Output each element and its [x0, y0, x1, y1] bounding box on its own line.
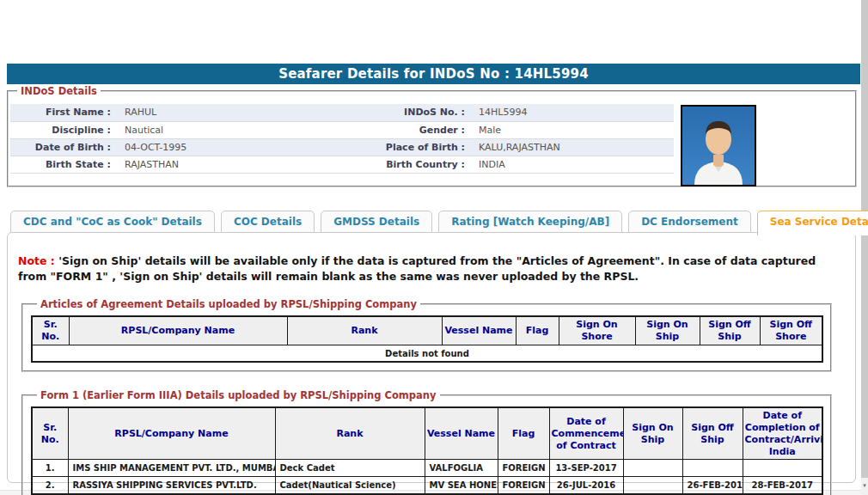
form1-section: Form 1 (Earlier Form IIIA) Details uploa… [21, 389, 832, 495]
indos-row-2: Discipline : Nautical Gender : Male [10, 121, 674, 138]
form1-table-row: 2. RASSIYA SHIPPING SERVICES PVT.LTD. Ca… [32, 477, 822, 494]
indos-row-3: Date of Birth : 04-OCT-1995 Place of Bir… [10, 138, 674, 156]
col-sign-off-ship: Sign Off Ship [682, 407, 743, 460]
col-rpsl-company: RPSL/Company Name [69, 316, 287, 345]
col-date-of-commencement: Date of Commencement of Contract [549, 407, 623, 460]
note-prefix: Note : [18, 254, 55, 267]
indos-details-section: INDoS Details First Name : RAHUL INDoS N… [7, 85, 857, 187]
articles-header-row: Sr. No. RPSL/Company Name Rank Vessel Na… [32, 316, 822, 345]
cell-commencement: 26-JUL-2016 [549, 477, 623, 494]
col-rank: Rank [287, 316, 442, 345]
articles-of-agreement-table: Sr. No. RPSL/Company Name Rank Vessel Na… [31, 315, 823, 363]
col-sign-on-ship: Sign On Ship [623, 407, 682, 460]
indos-details-table: First Name : RAHUL INDoS No. : 14HL5994 … [10, 104, 674, 174]
cell-sr-no: 2. [32, 477, 68, 494]
cell-flag: FOREIGN [498, 477, 549, 494]
col-vessel-name: Vessel Name [425, 407, 498, 460]
cell-completion: 28-FEB-2017 [743, 477, 822, 494]
note-body: 'Sign on Ship' details will be available… [18, 254, 816, 283]
birth-country-value: INDIA [472, 156, 674, 173]
col-rpsl-company: RPSL/Company Name [68, 407, 275, 460]
col-sign-off-ship: Sign Off Ship [700, 316, 760, 345]
cell-rpsl-company: IMS SHIP MANAGEMENT PVT. LTD., MUMBAI [68, 460, 275, 477]
cell-completion [743, 460, 822, 477]
sign-on-ship-note: Note : 'Sign on Ship' details will be av… [18, 254, 834, 284]
col-flag: Flag [498, 407, 549, 460]
detail-tabs: CDC and "CoC as Cook" Details COC Detail… [10, 211, 868, 235]
articles-of-agreement-section: Articles of Agreement Details uploaded b… [21, 298, 832, 372]
place-of-birth-value: KALU,RAJASTHAN [472, 138, 674, 156]
articles-empty-row: Details not found [32, 345, 822, 362]
tab-sea-service-details[interactable]: Sea Service Details [757, 211, 868, 235]
birth-country-label: Birth Country : [351, 156, 472, 173]
gender-label: Gender : [351, 121, 472, 138]
cell-sign-on-ship [623, 460, 682, 477]
articles-of-agreement-legend: Articles of Agreement Details uploaded b… [37, 298, 420, 310]
indos-no-label: INDoS No. : [351, 104, 472, 121]
discipline-label: Discipline : [10, 121, 118, 138]
seafarer-photo-image [682, 107, 755, 185]
gender-value: Male [472, 121, 674, 138]
col-sr-no: Sr. No. [32, 316, 69, 345]
birth-state-value: RAJASTHAN [118, 156, 351, 173]
cell-vessel-name: VALFOGLIA [425, 460, 498, 477]
dob-value: 04-OCT-1995 [118, 138, 351, 156]
col-flag: Flag [516, 316, 559, 345]
col-rank: Rank [275, 407, 425, 460]
indos-row-4: Birth State : RAJASTHAN Birth Country : … [10, 156, 674, 173]
first-name-label: First Name : [10, 104, 118, 121]
page-title: Seafarer Details for INDoS No : 14HL5994 [7, 64, 860, 84]
birth-state-label: Birth State : [10, 156, 118, 173]
place-of-birth-label: Place of Birth : [351, 138, 472, 156]
tab-dc-endorsement[interactable]: DC Endorsement [628, 211, 751, 233]
discipline-value: Nautical [118, 121, 351, 138]
details-not-found-message: Details not found [32, 345, 822, 362]
scrollbar-thumb[interactable] [861, 0, 868, 478]
cell-rpsl-company: RASSIYA SHIPPING SERVICES PVT.LTD. [68, 477, 275, 494]
cell-sign-on-ship [623, 477, 682, 494]
vertical-scrollbar[interactable]: ▾ [861, 0, 868, 495]
seafarer-details-page: Seafarer Details for INDoS No : 14HL5994… [0, 0, 868, 495]
indos-details-legend: INDoS Details [17, 85, 101, 97]
cell-rank: Cadet(Nautical Science) [275, 477, 425, 494]
tab-cdc-coc-cook-details[interactable]: CDC and "CoC as Cook" Details [10, 211, 215, 233]
sea-service-tab-panel: Note : 'Sign on Ship' details will be av… [7, 232, 856, 483]
indos-row-1: First Name : RAHUL INDoS No. : 14HL5994 [10, 104, 674, 121]
indos-no-value: 14HL5994 [472, 104, 674, 121]
form1-legend: Form 1 (Earlier Form IIIA) Details uploa… [37, 389, 440, 401]
col-sign-off-shore: Sign Off Shore [760, 316, 822, 345]
cell-sign-off-ship [682, 460, 743, 477]
cell-vessel-name: MV SEA HONEST [425, 477, 498, 494]
cell-rank: Deck Cadet [275, 460, 425, 477]
first-name-value: RAHUL [118, 104, 351, 121]
cell-flag: FOREIGN [498, 460, 549, 477]
form1-table-row: 1. IMS SHIP MANAGEMENT PVT. LTD., MUMBAI… [32, 460, 822, 477]
cell-sr-no: 1. [32, 460, 68, 477]
col-sign-on-ship: Sign On Ship [635, 316, 700, 345]
col-vessel-name: Vessel Name [442, 316, 516, 345]
form1-table: Sr. No. RPSL/Company Name Rank Vessel Na… [31, 406, 823, 495]
seafarer-photo [681, 105, 756, 186]
scrollbar-down-arrow-icon[interactable]: ▾ [861, 481, 868, 490]
col-date-of-completion: Date of Completion of Contract/Arriving … [743, 407, 822, 460]
col-sign-on-shore: Sign On Shore [559, 316, 635, 345]
cell-commencement: 13-SEP-2017 [549, 460, 623, 477]
form1-header-row: Sr. No. RPSL/Company Name Rank Vessel Na… [32, 407, 822, 460]
dob-label: Date of Birth : [10, 138, 118, 156]
tab-coc-details[interactable]: COC Details [221, 211, 315, 233]
col-sr-no: Sr. No. [32, 407, 68, 460]
tab-gmdss-details[interactable]: GMDSS Details [321, 211, 432, 233]
cell-sign-off-ship: 26-FEB-2017 [682, 477, 743, 494]
tab-rating-watch-keeping[interactable]: Rating [Watch Keeping/AB] [438, 211, 622, 233]
